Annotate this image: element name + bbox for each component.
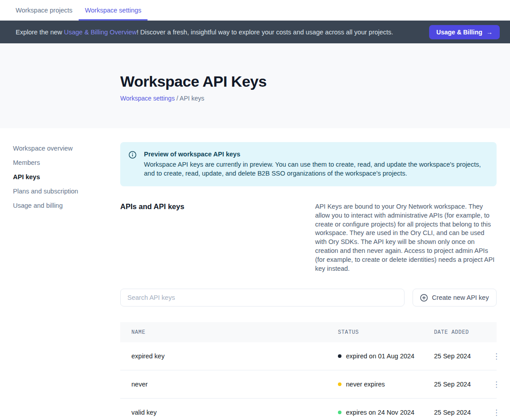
- sidebar-item-plans-and-subscription[interactable]: Plans and subscription: [13, 185, 120, 197]
- table-row: expired key expired on 01 Aug 2024 25 Se…: [120, 342, 497, 370]
- page-header: Workspace API Keys Workspace settings / …: [0, 43, 510, 128]
- status-dot: [338, 382, 341, 386]
- status-cell: never expires: [338, 381, 434, 388]
- kebab-menu-icon[interactable]: ⋮: [490, 379, 503, 390]
- column-header-name: NAME: [131, 329, 338, 336]
- api-keys-table: NAME STATUS DATE ADDED expired key expir…: [120, 322, 497, 420]
- search-input[interactable]: [120, 289, 405, 307]
- sidebar-item-usage-and-billing[interactable]: Usage and billing: [13, 199, 120, 212]
- row-actions: ⋮: [490, 379, 510, 390]
- status-cell: expired on 01 Aug 2024: [338, 353, 434, 360]
- main-panel: Preview of workspace API keys Workspace …: [120, 128, 497, 420]
- status-dot: [338, 354, 341, 358]
- callout-body: Workspace API keys are currently in prev…: [144, 160, 486, 178]
- info-icon: [129, 151, 136, 178]
- sidebar-item-api-keys[interactable]: API keys: [13, 171, 120, 183]
- page-title: Workspace API Keys: [120, 73, 510, 90]
- table-row: valid key expires on 24 Nov 2024 25 Sep …: [120, 399, 497, 420]
- section-heading: APIs and API keys: [120, 202, 315, 273]
- create-api-key-button-label: Create new API key: [432, 294, 489, 301]
- status-text: never expires: [346, 381, 385, 388]
- row-actions: ⋮: [490, 351, 510, 362]
- breadcrumb-workspace-settings-link[interactable]: Workspace settings: [120, 95, 175, 102]
- callout-title: Preview of workspace API keys: [144, 151, 486, 158]
- preview-callout: Preview of workspace API keys Workspace …: [120, 142, 497, 186]
- date-added: 25 Sep 2024: [434, 353, 490, 360]
- banner-text: Explore the new Usage & Billing Overview…: [16, 29, 429, 36]
- sidebar-item-workspace-overview[interactable]: Workspace overview: [13, 142, 120, 155]
- kebab-menu-icon[interactable]: ⋮: [490, 407, 503, 418]
- date-added: 25 Sep 2024: [434, 381, 490, 388]
- api-key-name: valid key: [131, 409, 338, 416]
- breadcrumb: Workspace settings / API keys: [120, 95, 510, 102]
- kebab-menu-icon[interactable]: ⋮: [490, 351, 503, 362]
- api-keys-section: APIs and API keys API Keys are bound to …: [120, 202, 497, 273]
- create-api-key-button[interactable]: Create new API key: [413, 289, 497, 307]
- tab-workspace-settings[interactable]: Workspace settings: [79, 0, 148, 21]
- announcement-banner: Explore the new Usage & Billing Overview…: [0, 21, 510, 43]
- arrow-right-icon: →: [486, 29, 493, 36]
- callout-content: Preview of workspace API keys Workspace …: [144, 151, 486, 178]
- breadcrumb-current: API keys: [180, 95, 204, 102]
- breadcrumb-separator: /: [175, 95, 180, 102]
- column-header-status: STATUS: [338, 329, 434, 336]
- usage-billing-overview-link[interactable]: Usage & Billing Overview: [64, 29, 137, 36]
- row-actions: ⋮: [490, 407, 510, 418]
- banner-text-after: ! Discover a fresh, insightful way to ex…: [137, 29, 393, 36]
- api-key-name: never: [131, 381, 338, 388]
- column-header-date-added: DATE ADDED: [434, 329, 490, 336]
- status-dot: [338, 411, 341, 414]
- table-header: NAME STATUS DATE ADDED: [120, 322, 497, 342]
- plus-circle-icon: [420, 294, 428, 302]
- tab-workspace-projects[interactable]: Workspace projects: [9, 0, 79, 21]
- sidebar-item-members[interactable]: Members: [13, 156, 120, 169]
- content-area: Workspace overview Members API keys Plan…: [0, 128, 510, 420]
- usage-billing-button-label: Usage & Billing: [436, 29, 482, 36]
- date-added: 25 Sep 2024: [434, 409, 490, 416]
- status-text: expires on 24 Nov 2024: [346, 409, 414, 416]
- status-text: expired on 01 Aug 2024: [346, 353, 414, 360]
- banner-text-before: Explore the new: [16, 29, 64, 36]
- api-key-name: expired key: [131, 353, 338, 360]
- api-keys-toolbar: Create new API key: [120, 289, 497, 307]
- section-description: API Keys are bound to your Ory Network w…: [315, 202, 497, 273]
- settings-sidebar: Workspace overview Members API keys Plan…: [0, 128, 120, 420]
- usage-billing-button[interactable]: Usage & Billing →: [429, 25, 500, 39]
- top-nav: Workspace projects Workspace settings: [0, 0, 510, 21]
- table-row: never never expires 25 Sep 2024 ⋮: [120, 370, 497, 399]
- status-cell: expires on 24 Nov 2024: [338, 409, 434, 416]
